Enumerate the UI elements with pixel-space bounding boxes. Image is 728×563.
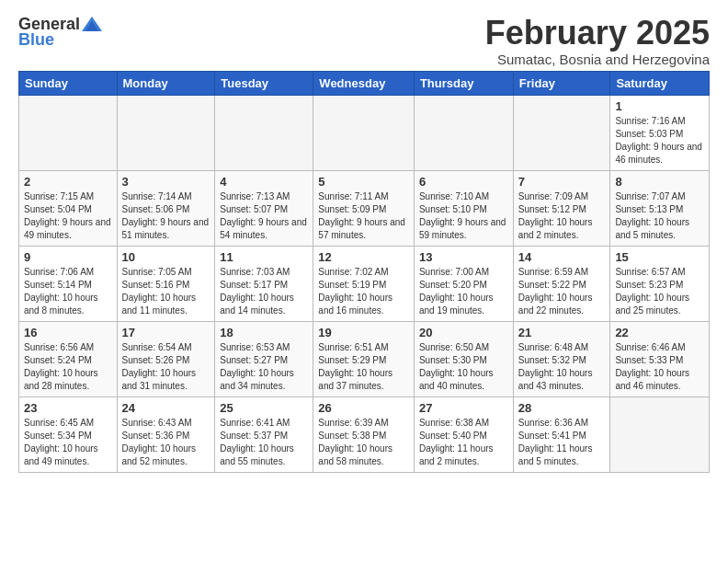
day-info: Sunrise: 6:59 AM Sunset: 5:22 PM Dayligh… — [518, 266, 606, 317]
day-number: 23 — [24, 401, 112, 415]
table-row: 18Sunrise: 6:53 AM Sunset: 5:27 PM Dayli… — [215, 321, 313, 396]
day-info: Sunrise: 6:41 AM Sunset: 5:37 PM Dayligh… — [220, 417, 308, 468]
table-row: 6Sunrise: 7:10 AM Sunset: 5:10 PM Daylig… — [414, 170, 513, 246]
day-info: Sunrise: 7:05 AM Sunset: 5:16 PM Dayligh… — [122, 266, 210, 317]
day-info: Sunrise: 7:06 AM Sunset: 5:14 PM Dayligh… — [24, 266, 112, 317]
day-number: 1 — [615, 99, 704, 113]
calendar-table: Sunday Monday Tuesday Wednesday Thursday… — [18, 71, 710, 473]
table-row: 1Sunrise: 7:16 AM Sunset: 5:03 PM Daylig… — [610, 95, 710, 170]
day-number: 4 — [220, 175, 308, 189]
day-info: Sunrise: 6:43 AM Sunset: 5:36 PM Dayligh… — [122, 417, 210, 468]
col-friday: Friday — [513, 71, 610, 95]
day-number: 16 — [24, 326, 112, 339]
day-number: 10 — [122, 250, 210, 264]
day-number: 24 — [122, 401, 210, 415]
day-number: 25 — [220, 401, 308, 415]
day-number: 6 — [419, 175, 508, 189]
day-number: 12 — [318, 250, 409, 264]
calendar-week-row: 9Sunrise: 7:06 AM Sunset: 5:14 PM Daylig… — [19, 246, 710, 321]
day-info: Sunrise: 7:07 AM Sunset: 5:13 PM Dayligh… — [615, 190, 704, 242]
day-number: 27 — [419, 401, 508, 415]
day-number: 3 — [122, 175, 210, 189]
day-info: Sunrise: 6:39 AM Sunset: 5:38 PM Dayligh… — [318, 417, 409, 468]
table-row: 2Sunrise: 7:15 AM Sunset: 5:04 PM Daylig… — [19, 170, 118, 246]
day-info: Sunrise: 7:10 AM Sunset: 5:10 PM Dayligh… — [419, 190, 508, 242]
table-row: 27Sunrise: 6:38 AM Sunset: 5:40 PM Dayli… — [414, 396, 513, 472]
day-info: Sunrise: 7:13 AM Sunset: 5:07 PM Dayligh… — [220, 190, 308, 242]
day-number: 26 — [318, 401, 409, 415]
table-row: 10Sunrise: 7:05 AM Sunset: 5:16 PM Dayli… — [117, 246, 215, 321]
day-number: 11 — [220, 250, 308, 264]
col-tuesday: Tuesday — [215, 71, 313, 95]
day-number: 21 — [518, 326, 606, 339]
table-row — [513, 95, 610, 170]
day-number: 14 — [518, 250, 606, 264]
calendar-week-row: 1Sunrise: 7:16 AM Sunset: 5:03 PM Daylig… — [19, 95, 710, 170]
day-info: Sunrise: 7:14 AM Sunset: 5:06 PM Dayligh… — [122, 190, 210, 242]
table-row: 26Sunrise: 6:39 AM Sunset: 5:38 PM Dayli… — [313, 396, 415, 472]
day-number: 22 — [615, 326, 704, 339]
table-row: 8Sunrise: 7:07 AM Sunset: 5:13 PM Daylig… — [610, 170, 710, 246]
day-number: 17 — [122, 326, 210, 339]
month-title: February 2025 — [485, 15, 710, 52]
day-number: 28 — [518, 401, 606, 415]
logo-icon — [82, 17, 102, 31]
table-row — [610, 396, 710, 472]
table-row: 5Sunrise: 7:11 AM Sunset: 5:09 PM Daylig… — [313, 170, 415, 246]
day-info: Sunrise: 7:15 AM Sunset: 5:04 PM Dayligh… — [24, 190, 112, 242]
calendar-week-row: 23Sunrise: 6:45 AM Sunset: 5:34 PM Dayli… — [19, 396, 710, 472]
table-row: 28Sunrise: 6:36 AM Sunset: 5:41 PM Dayli… — [513, 396, 610, 472]
calendar-week-row: 2Sunrise: 7:15 AM Sunset: 5:04 PM Daylig… — [19, 170, 710, 246]
day-number: 13 — [419, 250, 508, 264]
day-number: 15 — [615, 250, 704, 264]
col-thursday: Thursday — [414, 71, 513, 95]
day-number: 20 — [419, 326, 508, 339]
col-monday: Monday — [117, 71, 215, 95]
day-number: 2 — [24, 175, 112, 189]
day-info: Sunrise: 7:09 AM Sunset: 5:12 PM Dayligh… — [518, 190, 606, 242]
table-row: 15Sunrise: 6:57 AM Sunset: 5:23 PM Dayli… — [610, 246, 710, 321]
table-row — [117, 95, 215, 170]
header: General Blue February 2025 Sumatac, Bosn… — [18, 15, 710, 67]
col-saturday: Saturday — [610, 71, 710, 95]
day-info: Sunrise: 6:48 AM Sunset: 5:32 PM Dayligh… — [518, 341, 606, 393]
table-row: 20Sunrise: 6:50 AM Sunset: 5:30 PM Dayli… — [414, 321, 513, 396]
table-row: 13Sunrise: 7:00 AM Sunset: 5:20 PM Dayli… — [414, 246, 513, 321]
table-row: 12Sunrise: 7:02 AM Sunset: 5:19 PM Dayli… — [313, 246, 415, 321]
table-row: 24Sunrise: 6:43 AM Sunset: 5:36 PM Dayli… — [117, 396, 215, 472]
logo: General Blue — [18, 15, 102, 50]
day-info: Sunrise: 7:00 AM Sunset: 5:20 PM Dayligh… — [419, 266, 508, 317]
table-row: 4Sunrise: 7:13 AM Sunset: 5:07 PM Daylig… — [215, 170, 313, 246]
table-row — [313, 95, 415, 170]
day-info: Sunrise: 6:56 AM Sunset: 5:24 PM Dayligh… — [24, 341, 112, 393]
table-row: 25Sunrise: 6:41 AM Sunset: 5:37 PM Dayli… — [215, 396, 313, 472]
day-number: 5 — [318, 175, 409, 189]
day-info: Sunrise: 6:57 AM Sunset: 5:23 PM Dayligh… — [615, 266, 704, 317]
calendar-week-row: 16Sunrise: 6:56 AM Sunset: 5:24 PM Dayli… — [19, 321, 710, 396]
col-sunday: Sunday — [19, 71, 118, 95]
page: General Blue February 2025 Sumatac, Bosn… — [0, 0, 728, 482]
day-info: Sunrise: 7:16 AM Sunset: 5:03 PM Dayligh… — [615, 115, 704, 167]
table-row: 11Sunrise: 7:03 AM Sunset: 5:17 PM Dayli… — [215, 246, 313, 321]
day-info: Sunrise: 7:02 AM Sunset: 5:19 PM Dayligh… — [318, 266, 409, 317]
day-number: 9 — [24, 250, 112, 264]
table-row: 17Sunrise: 6:54 AM Sunset: 5:26 PM Dayli… — [117, 321, 215, 396]
day-info: Sunrise: 6:46 AM Sunset: 5:33 PM Dayligh… — [615, 341, 704, 393]
table-row — [414, 95, 513, 170]
day-info: Sunrise: 6:54 AM Sunset: 5:26 PM Dayligh… — [122, 341, 210, 393]
table-row: 9Sunrise: 7:06 AM Sunset: 5:14 PM Daylig… — [19, 246, 118, 321]
table-row: 14Sunrise: 6:59 AM Sunset: 5:22 PM Dayli… — [513, 246, 610, 321]
col-wednesday: Wednesday — [313, 71, 415, 95]
day-number: 19 — [318, 326, 409, 339]
day-info: Sunrise: 6:38 AM Sunset: 5:40 PM Dayligh… — [419, 417, 508, 468]
table-row: 21Sunrise: 6:48 AM Sunset: 5:32 PM Dayli… — [513, 321, 610, 396]
title-block: February 2025 Sumatac, Bosnia and Herzeg… — [485, 15, 710, 67]
day-info: Sunrise: 6:51 AM Sunset: 5:29 PM Dayligh… — [318, 341, 409, 393]
location-subtitle: Sumatac, Bosnia and Herzegovina — [485, 52, 710, 67]
day-info: Sunrise: 6:53 AM Sunset: 5:27 PM Dayligh… — [220, 341, 308, 393]
table-row — [215, 95, 313, 170]
table-row: 19Sunrise: 6:51 AM Sunset: 5:29 PM Dayli… — [313, 321, 415, 396]
logo-blue: Blue — [18, 30, 54, 50]
day-info: Sunrise: 7:11 AM Sunset: 5:09 PM Dayligh… — [318, 190, 409, 242]
day-number: 8 — [615, 175, 704, 189]
